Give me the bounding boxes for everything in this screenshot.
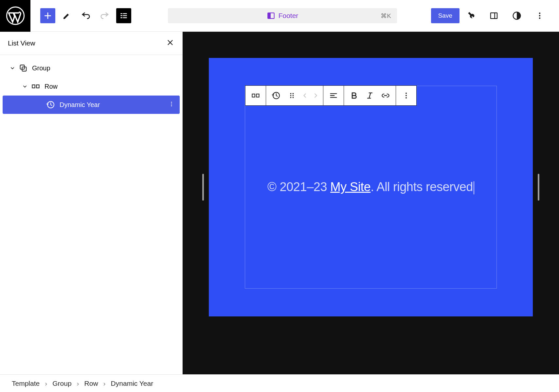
block-toolbar bbox=[245, 85, 417, 106]
add-block-button[interactable] bbox=[40, 8, 55, 23]
parent-block-button[interactable] bbox=[249, 89, 262, 102]
tools-button[interactable] bbox=[463, 8, 478, 23]
keyboard-shortcut-hint: ⌘K bbox=[381, 12, 391, 20]
breadcrumb-item[interactable]: Row bbox=[84, 380, 98, 387]
resize-handle-left[interactable] bbox=[202, 174, 204, 201]
close-list-view-button[interactable] bbox=[166, 38, 174, 48]
chevron-right-icon: › bbox=[77, 380, 79, 387]
main-area: List View Group bbox=[0, 32, 559, 374]
chevron-down-icon[interactable] bbox=[9, 65, 16, 71]
svg-point-20 bbox=[290, 93, 292, 94]
resize-handle-right[interactable] bbox=[538, 174, 539, 201]
row-block-icon bbox=[251, 91, 260, 100]
link-icon bbox=[381, 91, 390, 100]
align-left-icon bbox=[329, 91, 338, 100]
bold-button[interactable] bbox=[348, 89, 360, 102]
breadcrumb-item[interactable]: Group bbox=[52, 380, 71, 387]
copyright-prefix: © 2021–23 bbox=[267, 180, 330, 194]
pencil-icon bbox=[62, 11, 72, 21]
svg-point-25 bbox=[293, 97, 294, 98]
copyright-suffix: . All rights reserved bbox=[370, 180, 473, 194]
svg-point-6 bbox=[539, 12, 541, 14]
tree-item-more-button[interactable] bbox=[168, 100, 175, 109]
svg-rect-2 bbox=[268, 13, 271, 18]
link-button[interactable] bbox=[379, 89, 392, 102]
svg-point-14 bbox=[171, 102, 172, 103]
svg-point-26 bbox=[406, 93, 407, 94]
svg-point-15 bbox=[171, 104, 172, 105]
tree-item-row[interactable]: Row bbox=[3, 77, 180, 96]
svg-point-16 bbox=[171, 105, 172, 106]
styles-button[interactable] bbox=[509, 8, 524, 23]
bold-icon bbox=[350, 91, 359, 100]
top-right-controls: Save bbox=[431, 8, 559, 23]
svg-rect-17 bbox=[252, 94, 255, 97]
wordpress-icon bbox=[6, 6, 25, 25]
redo-button[interactable] bbox=[97, 8, 112, 23]
top-toolbar: Footer ⌘K Save bbox=[0, 0, 559, 32]
tree-item-group[interactable]: Group bbox=[3, 59, 180, 77]
chevron-down-icon[interactable] bbox=[21, 83, 29, 90]
list-view-toggle[interactable] bbox=[116, 8, 131, 23]
breadcrumb: Template › Group › Row › Dynamic Year bbox=[0, 374, 559, 392]
align-button[interactable] bbox=[327, 89, 340, 102]
tree-item-dynamic-year[interactable]: Dynamic Year bbox=[3, 96, 180, 114]
more-options-button[interactable] bbox=[532, 8, 547, 23]
group-block-icon bbox=[18, 63, 28, 73]
list-view-header: List View bbox=[0, 32, 182, 55]
block-type-button[interactable] bbox=[270, 89, 282, 102]
svg-point-22 bbox=[290, 95, 292, 96]
plus-icon bbox=[43, 11, 53, 21]
block-tree: Group Row Dynamic Year bbox=[0, 55, 182, 118]
drag-icon bbox=[287, 91, 297, 100]
list-view-icon bbox=[119, 11, 129, 21]
sidebar-icon bbox=[489, 11, 499, 21]
footer-copyright-text[interactable]: © 2021–23 My Site. All rights reserved bbox=[267, 180, 474, 194]
document-title: Footer bbox=[279, 12, 298, 20]
italic-button[interactable] bbox=[364, 89, 376, 102]
tree-item-label: Row bbox=[45, 83, 58, 90]
wrench-icon bbox=[466, 11, 476, 21]
drag-handle[interactable] bbox=[286, 89, 298, 102]
more-vertical-icon bbox=[535, 11, 545, 21]
move-right-button[interactable] bbox=[312, 89, 319, 102]
chevron-left-icon bbox=[301, 91, 309, 100]
block-more-button[interactable] bbox=[400, 89, 412, 102]
redo-icon bbox=[100, 11, 110, 21]
wordpress-logo[interactable] bbox=[0, 0, 30, 32]
svg-point-21 bbox=[293, 93, 294, 94]
undo-button[interactable] bbox=[78, 8, 93, 23]
italic-icon bbox=[365, 91, 374, 100]
close-icon bbox=[166, 38, 174, 47]
undo-icon bbox=[81, 11, 91, 21]
svg-rect-12 bbox=[36, 85, 39, 88]
template-part-icon bbox=[267, 11, 275, 20]
dynamic-year-block-icon bbox=[46, 100, 56, 109]
svg-rect-11 bbox=[32, 85, 35, 88]
more-vertical-icon bbox=[402, 91, 411, 100]
svg-point-28 bbox=[406, 97, 407, 98]
save-button[interactable]: Save bbox=[431, 8, 460, 23]
footer-template-part[interactable]: © 2021–23 My Site. All rights reserved bbox=[209, 58, 533, 316]
contrast-icon bbox=[512, 11, 522, 21]
selected-block-outline[interactable]: © 2021–23 My Site. All rights reserved bbox=[245, 86, 497, 289]
more-vertical-icon bbox=[168, 100, 175, 108]
document-switcher[interactable]: Footer ⌘K bbox=[168, 8, 397, 23]
chevron-right-icon bbox=[312, 91, 319, 100]
list-view-panel: List View Group bbox=[0, 32, 183, 374]
move-left-button[interactable] bbox=[301, 89, 309, 102]
chevron-right-icon: › bbox=[45, 380, 47, 387]
edit-mode-button[interactable] bbox=[59, 8, 74, 23]
site-title-link[interactable]: My Site bbox=[330, 180, 370, 194]
breadcrumb-item[interactable]: Template bbox=[12, 380, 40, 387]
svg-point-7 bbox=[539, 15, 541, 17]
text-caret bbox=[474, 181, 474, 194]
editor-canvas[interactable]: © 2021–23 My Site. All rights reserved bbox=[183, 32, 559, 374]
list-view-title: List View bbox=[8, 39, 35, 47]
svg-point-8 bbox=[539, 17, 541, 19]
dynamic-year-block-icon bbox=[272, 91, 281, 100]
settings-sidebar-toggle[interactable] bbox=[486, 8, 501, 23]
svg-point-27 bbox=[406, 95, 407, 96]
svg-rect-3 bbox=[491, 13, 497, 19]
breadcrumb-item[interactable]: Dynamic Year bbox=[111, 380, 153, 387]
